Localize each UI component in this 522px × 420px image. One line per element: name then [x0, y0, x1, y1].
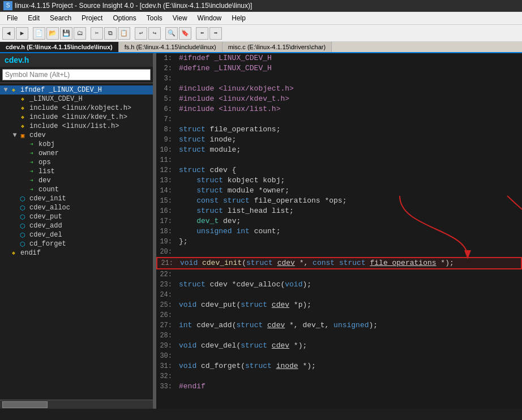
tree-item-8[interactable]: ➔ops: [0, 158, 153, 167]
search-box: [0, 67, 153, 83]
new-file-button[interactable]: 📄: [33, 27, 45, 40]
open-button[interactable]: 📂: [46, 27, 59, 40]
tree-label-15: cdev_add: [29, 222, 62, 230]
code-line-15: 15: const struct file_operations *ops;: [156, 196, 522, 206]
code-line-28: 28:: [156, 331, 522, 341]
line-number: 9:: [156, 135, 177, 145]
tab-bar: cdev.h (E:\linux-4.1.15\include\linux)fs…: [0, 42, 522, 53]
code-panel[interactable]: 1:#ifndef _LINUX_CDEV_H2:#define _LINUX_…: [156, 53, 522, 409]
next-ref-button[interactable]: ➡: [209, 27, 222, 40]
menu-item-view[interactable]: View: [168, 13, 192, 23]
tree-item-6[interactable]: ➔kobj: [0, 140, 153, 149]
tree-label-10: dev: [38, 177, 51, 185]
tree-label-2: include <linux/kobject.h>: [29, 104, 131, 112]
tree-item-14[interactable]: ⬡cdev_put: [0, 212, 153, 221]
redo-button[interactable]: ↪: [148, 27, 161, 40]
code-line-17: 17: dev_t dev;: [156, 216, 522, 226]
code-line-12: 12:struct cdev {: [156, 165, 522, 175]
bookmark-button[interactable]: 🔖: [179, 27, 191, 40]
line-content: struct module *owner;: [177, 186, 522, 196]
menu-item-file[interactable]: File: [2, 13, 22, 23]
toolbar: ◀ ▶ 📄 📂 💾 🗂 ✂ ⧉ 📋 ↩ ↪ 🔍 🔖 ⬅ ➡: [0, 25, 522, 42]
tree-item-3[interactable]: ❖include <linux/kdev_t.h>: [0, 113, 153, 122]
app-icon: S: [3, 1, 12, 10]
code-line-9: 9:struct inode;: [156, 135, 522, 145]
code-line-11: 11:: [156, 155, 522, 165]
tree-label-3: include <linux/kdev_t.h>: [29, 113, 127, 121]
undo-button[interactable]: ↩: [135, 27, 147, 40]
line-number: 15:: [156, 196, 177, 206]
save-button[interactable]: 💾: [60, 27, 72, 40]
menu-item-options[interactable]: Options: [108, 13, 140, 23]
code-line-7: 7:: [156, 114, 522, 125]
tree-item-18[interactable]: ❖endif: [0, 248, 153, 258]
code-line-19: 19:};: [156, 237, 522, 247]
tab-0[interactable]: cdev.h (E:\linux-4.1.15\include\linux): [0, 42, 119, 52]
code-content: 1:#ifndef _LINUX_CDEV_H2:#define _LINUX_…: [156, 53, 522, 392]
tree-label-11: count: [38, 186, 59, 194]
prev-ref-button[interactable]: ⬅: [196, 27, 208, 40]
tree-item-0[interactable]: ▼❖ifndef _LINUX_CDEV_H: [0, 85, 153, 95]
scroll-thumb[interactable]: [2, 401, 48, 408]
line-number: 7:: [156, 114, 177, 125]
menu-item-help[interactable]: Help: [227, 13, 250, 23]
copy-button[interactable]: ⧉: [104, 27, 117, 40]
line-number: 33:: [156, 382, 177, 392]
tab-1[interactable]: fs.h (E:\linux-4.1.15\include\linux): [119, 42, 223, 52]
line-content: void cdev_put(struct cdev *p);: [177, 300, 522, 310]
tab-2[interactable]: misc.c (E:\linux-4.1.15\drivers\char): [223, 42, 332, 52]
tree-item-5[interactable]: ▼▣cdev: [0, 131, 153, 140]
tree-item-15[interactable]: ⬡cdev_add: [0, 221, 153, 230]
tree-item-4[interactable]: ❖include <linux/list.h>: [0, 122, 153, 131]
code-line-6: 6:#include <linux/list.h>: [156, 104, 522, 114]
tree-item-1[interactable]: ❖_LINUX_CDEV_H: [0, 95, 153, 104]
line-content: const struct file_operations *ops;: [177, 196, 522, 206]
line-number: 5:: [156, 94, 177, 104]
line-number: 13:: [156, 175, 177, 186]
save-all-button[interactable]: 🗂: [74, 27, 86, 40]
line-number: 16:: [156, 206, 177, 216]
tree-item-11[interactable]: ➔count: [0, 185, 153, 194]
tree-label-0: ifndef _LINUX_CDEV_H: [20, 86, 102, 94]
menu-item-window[interactable]: Window: [193, 13, 226, 23]
menu-item-tools[interactable]: Tools: [142, 13, 167, 23]
line-number: 17:: [156, 216, 177, 226]
line-content: struct file_operations;: [177, 125, 522, 135]
line-content: void cd_forget(struct inode *);: [177, 361, 522, 371]
line-number: 4:: [156, 84, 177, 94]
cut-button[interactable]: ✂: [91, 27, 103, 40]
line-content: dev_t dev;: [177, 216, 522, 226]
code-line-23: 23:struct cdev *cdev_alloc(void);: [156, 280, 522, 290]
menu-item-project[interactable]: Project: [77, 13, 107, 23]
code-line-32: 32:: [156, 371, 522, 382]
back-button[interactable]: ◀: [2, 27, 15, 40]
tree-item-16[interactable]: ⬡cdev_del: [0, 230, 153, 239]
tree-item-12[interactable]: ⬡cdev_init: [0, 194, 153, 203]
line-number: 28:: [156, 331, 177, 341]
line-number: 24:: [156, 290, 177, 300]
tree-item-7[interactable]: ➔owner: [0, 149, 153, 158]
line-number: 20:: [156, 247, 177, 257]
search-button[interactable]: 🔍: [165, 27, 178, 40]
tree-item-2[interactable]: ❖include <linux/kobject.h>: [0, 104, 153, 113]
horizontal-scrollbar[interactable]: [0, 400, 153, 409]
forward-button[interactable]: ▶: [16, 27, 28, 40]
line-number: 11:: [156, 155, 177, 165]
tree-item-13[interactable]: ⬡cdev_alloc: [0, 203, 153, 212]
tree-label-9: list: [38, 168, 55, 175]
tree-item-10[interactable]: ➔dev: [0, 176, 153, 185]
tree-item-17[interactable]: ⬡cd_forget: [0, 239, 153, 248]
title-text: linux-4.1.15 Project - Source Insight 4.…: [15, 2, 252, 10]
code-line-4: 4:#include <linux/kobject.h>: [156, 84, 522, 94]
tree-label-8: ops: [38, 158, 51, 166]
line-content: #include <linux/kdev_t.h>: [177, 94, 522, 104]
menu-item-search[interactable]: Search: [45, 13, 76, 23]
search-input[interactable]: [2, 69, 151, 80]
tree-label-18: endif: [20, 249, 41, 257]
line-content: struct cdev {: [177, 165, 522, 175]
line-content: #ifndef _LINUX_CDEV_H: [177, 53, 522, 63]
tree-item-9[interactable]: ➔list: [0, 167, 153, 176]
line-number: 21:: [157, 258, 178, 268]
paste-button[interactable]: 📋: [118, 27, 130, 40]
menu-item-edit[interactable]: Edit: [23, 13, 44, 23]
